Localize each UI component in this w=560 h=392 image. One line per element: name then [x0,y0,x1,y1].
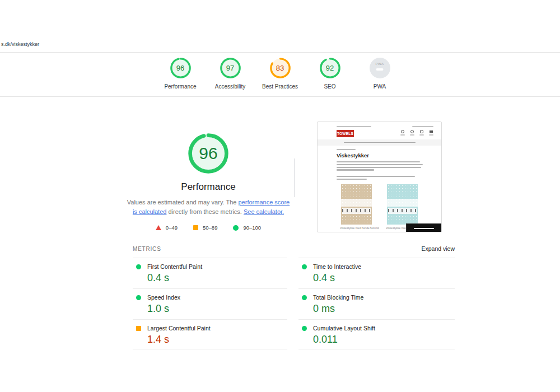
metric-cumulative-layout-shift[interactable]: Cumulative Layout Shift 0.011 [298,319,455,349]
metric-label: Time to Interactive [313,263,361,270]
thumb-product-image-blue [387,184,418,225]
performance-description: Values are estimated and may vary. The p… [124,198,292,217]
header-divider-bottom [0,96,560,97]
legend-range: 90–100 [243,225,261,231]
thumb-site-logo: TOWELS [337,130,354,137]
legend-item-fail: 0–49 [156,225,178,231]
score-item-performance[interactable]: 96 Performance [161,58,200,97]
thumb-usp-strip [318,139,441,146]
metric-label: Total Blocking Time [313,294,363,301]
performance-score-gauge: 96 [188,133,228,174]
metric-value: 0.4 s [313,272,455,284]
metric-value: 0.4 s [147,272,287,284]
metric-label: Speed Index [147,294,180,301]
accessibility-gauge-icon: 97 [220,58,241,78]
score-label-best-practices: Best Practices [262,83,298,90]
score-label-seo: SEO [324,83,335,90]
metric-label: First Contentful Paint [147,263,202,270]
pass-dot-icon [302,264,307,269]
performance-summary: 96 Performance Values are estimated and … [124,133,292,231]
pwa-badge-icon: PWA [370,58,390,78]
scores-header: 96 Performance 97 Accessibility 83 Best … [0,53,560,97]
average-square-icon [193,225,198,230]
thumb-body-text [337,161,426,181]
description-text: Values are estimated and may vary. The [127,199,239,206]
metric-value: 0 ms [313,303,455,315]
expand-view-button[interactable]: Expand view [421,245,455,252]
score-legend: 0–49 50–89 90–100 [156,225,261,231]
page-url: s.dk/viskestykker [1,41,39,47]
pwa-badge-text: PWA [370,62,390,66]
metrics-header: METRICS Expand view [133,245,455,252]
performance-gauge-icon: 96 [170,58,191,78]
thumb-breadcrumb [337,149,356,150]
legend-range: 0–49 [166,225,178,231]
thumb-cookie-banner [406,223,442,232]
metric-value: 0.011 [313,334,455,346]
metric-label: Largest Contentful Paint [147,325,211,332]
legend-range: 50–89 [203,225,217,231]
pwa-dash-icon [376,68,384,71]
best-practices-gauge-icon: 83 [270,58,291,78]
metric-speed-index[interactable]: Speed Index 1.0 s [133,288,287,319]
legend-item-average: 50–89 [193,225,217,231]
account-icon [410,130,414,136]
page-screenshot-thumbnail[interactable]: TOWELS Viskestykker Viskestykke med hund… [317,122,442,232]
seo-gauge-icon: 92 [320,58,340,78]
score-label-performance: Performance [164,83,196,90]
score-label-accessibility: Accessibility [215,83,245,90]
score-label-pwa: PWA [374,83,386,90]
vertical-divider [294,158,295,197]
score-item-accessibility[interactable]: 97 Accessibility [211,58,250,97]
metric-first-contentful-paint[interactable]: First Contentful Paint 0.4 s [133,258,287,288]
score-item-seo[interactable]: 92 SEO [310,58,349,97]
see-calculator-link[interactable]: See calculator. [244,208,284,215]
pass-dot-icon [302,295,307,300]
pass-dot-icon [136,264,141,269]
metric-value: 1.4 s [147,334,287,346]
performance-section-title: Performance [181,181,235,193]
metric-time-to-interactive[interactable]: Time to Interactive 0.4 s [298,258,455,288]
thumb-product-image-beige [341,184,372,225]
search-icon [400,130,405,136]
metric-largest-contentful-paint[interactable]: Largest Contentful Paint 1.4 s [133,319,287,349]
thumb-product-caption: Viskestykke med hunde 50x70cm i [340,226,379,230]
score-item-best-practices[interactable]: 83 Best Practices [260,58,300,97]
pass-circle-icon [233,225,239,231]
average-square-icon [136,326,141,331]
metric-value: 1.0 s [147,303,287,315]
menu-icon [429,130,433,136]
metrics-section-title: METRICS [133,246,161,252]
thumb-topbar [337,126,433,127]
description-text: directly from these metrics. [166,208,244,215]
fail-triangle-icon [156,225,161,230]
metrics-grid: First Contentful Paint 0.4 s Time to Int… [133,258,455,349]
metric-label: Cumulative Layout Shift [313,325,375,332]
cart-icon [419,130,424,136]
metric-total-blocking-time[interactable]: Total Blocking Time 0 ms [298,288,455,319]
pass-dot-icon [302,326,307,331]
thumb-header-icons [400,130,433,136]
thumb-page-heading: Viskestykker [337,152,369,158]
score-item-pwa[interactable]: PWA PWA [360,58,399,97]
pass-dot-icon [136,295,141,300]
legend-item-pass: 90–100 [233,225,261,231]
